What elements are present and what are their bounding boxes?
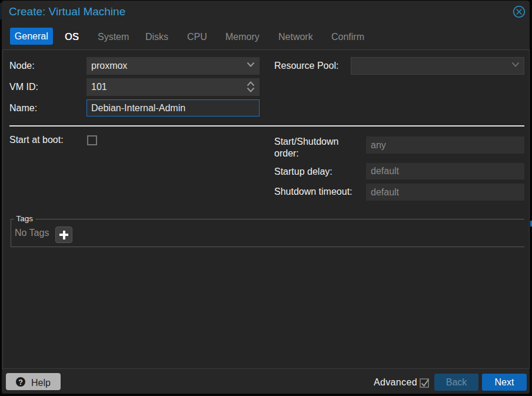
svg-text:?: ? <box>18 378 23 387</box>
